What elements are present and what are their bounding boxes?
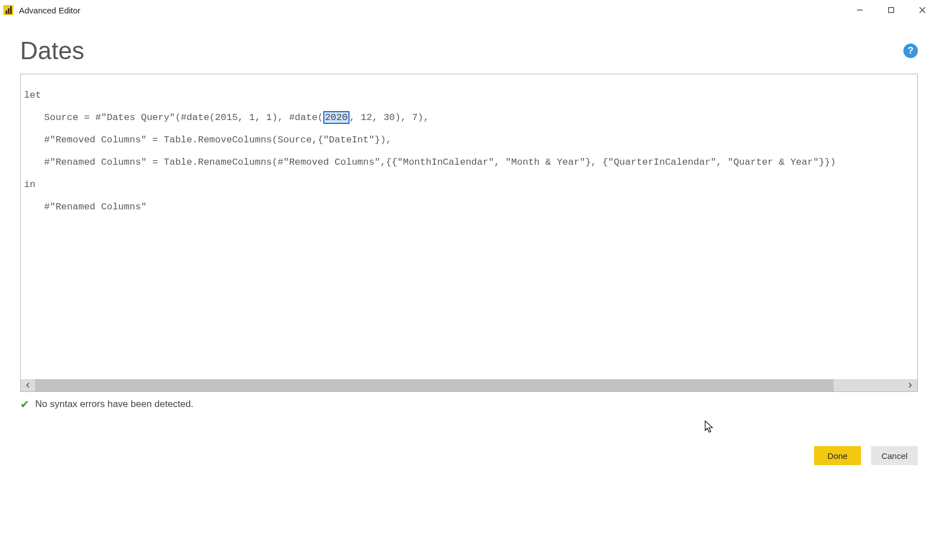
status-bar: ✔ No syntax errors have been detected.: [0, 392, 938, 411]
scroll-right-button[interactable]: [903, 379, 917, 391]
close-button[interactable]: [907, 0, 938, 20]
header: Dates ?: [0, 20, 938, 74]
scroll-track[interactable]: [35, 379, 903, 391]
scroll-left-button[interactable]: [21, 379, 35, 391]
code-line: in: [24, 179, 914, 190]
svg-rect-1: [889, 8, 894, 13]
done-button[interactable]: Done: [814, 446, 861, 465]
app-icon: [3, 5, 13, 15]
editor-container: let Source = #"Dates Query"(#date(2015, …: [20, 74, 918, 392]
cancel-button[interactable]: Cancel: [871, 446, 918, 465]
query-name-title: Dates: [20, 37, 903, 65]
close-icon: [919, 7, 926, 13]
selected-text: 2020: [323, 111, 350, 124]
code-line: #"Renamed Columns": [24, 202, 914, 213]
code-editor[interactable]: let Source = #"Dates Query"(#date(2015, …: [21, 74, 917, 379]
maximize-icon: [888, 7, 894, 13]
dialog-buttons: Done Cancel: [814, 446, 918, 465]
status-message: No syntax errors have been detected.: [35, 399, 194, 410]
chevron-left-icon: [25, 382, 31, 388]
window-title: Advanced Editor: [19, 6, 844, 15]
scroll-thumb[interactable]: [35, 379, 834, 391]
help-icon: ?: [908, 45, 913, 56]
code-line: let: [24, 90, 914, 101]
window-controls: [844, 0, 938, 20]
help-button[interactable]: ?: [903, 44, 918, 58]
horizontal-scrollbar[interactable]: [21, 379, 917, 391]
chevron-right-icon: [907, 382, 913, 388]
minimize-icon: [856, 7, 863, 13]
mouse-cursor-icon: [705, 420, 715, 437]
minimize-button[interactable]: [844, 0, 875, 20]
titlebar: Advanced Editor: [0, 0, 938, 20]
code-line: #"Renamed Columns" = Table.RenameColumns…: [24, 157, 914, 168]
maximize-button[interactable]: [875, 0, 907, 20]
code-line: #"Removed Columns" = Table.RemoveColumns…: [24, 135, 914, 146]
check-icon: ✔: [20, 398, 30, 411]
code-line: Source = #"Dates Query"(#date(2015, 1, 1…: [24, 112, 914, 123]
